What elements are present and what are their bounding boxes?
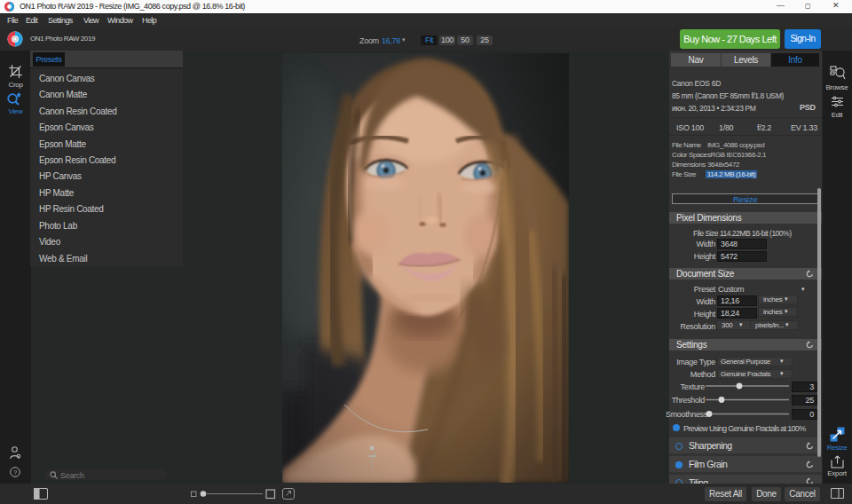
svg-text:?: ? — [13, 469, 17, 476]
